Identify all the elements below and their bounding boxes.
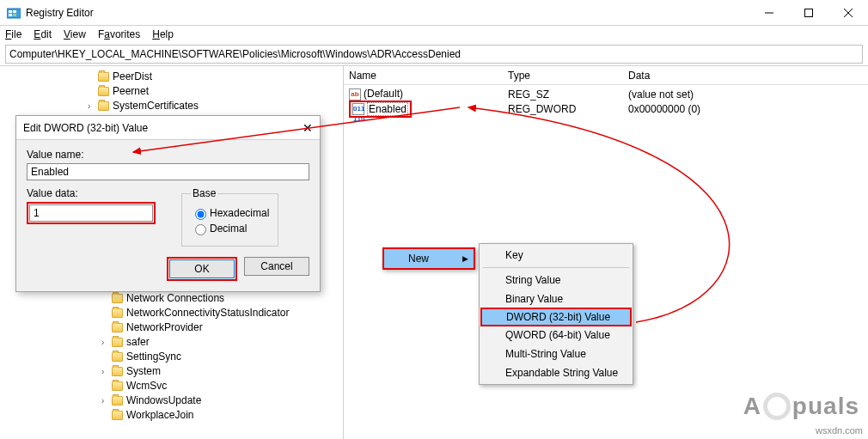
address-text: Computer\HKEY_LOCAL_MACHINE\SOFTWARE\Pol… [9,48,461,60]
close-button[interactable] [828,0,868,26]
folder-icon [98,72,109,82]
context-expstring[interactable]: Expandable String Value [481,363,631,382]
radio-hex[interactable] [195,209,206,220]
tree-item-label: safer [126,335,150,350]
base-label: Base [191,187,217,199]
chevron-icon[interactable]: › [101,393,112,408]
dialog-close-button[interactable]: ✕ [303,121,313,135]
window-title: Registry Editor [26,7,94,19]
address-bar[interactable]: Computer\HKEY_LOCAL_MACHINE\SOFTWARE\Pol… [5,45,863,64]
value-name-input[interactable] [27,163,309,180]
folder-icon [112,367,123,376]
tree-item[interactable]: ›System [0,364,343,379]
svg-rect-2 [13,10,16,13]
context-separator [483,267,629,268]
context-binary[interactable]: Binary Value [481,290,631,308]
tree-item-label: WcmSvc [126,379,167,393]
radio-dec[interactable] [195,224,206,235]
tree-item[interactable]: WorkplaceJoin [0,408,343,423]
value-data-input[interactable] [29,204,153,222]
context-new[interactable]: New ▶ [384,249,474,268]
list-row-enabled[interactable]: 011110Enabled REG_DWORD 0x00000000 (0) [344,101,868,116]
tree-item[interactable]: Network Connections [0,291,343,306]
context-string[interactable]: String Value [481,271,631,290]
menu-view[interactable]: View [64,28,86,40]
tree-item-label: WorkplaceJoin [126,408,193,423]
tree-item-label: PeerDist [113,70,152,84]
folder-icon [112,411,123,420]
chevron-icon[interactable]: › [101,364,112,379]
maximize-button[interactable] [789,0,828,26]
svg-rect-4 [13,14,16,16]
context-menu-parent: New ▶ [382,247,475,270]
tree-item[interactable]: WcmSvc [0,379,343,393]
context-multistring[interactable]: Multi-String Value [481,344,631,363]
menu-favorites[interactable]: Favorites [98,28,140,40]
col-data[interactable]: Data [623,70,868,82]
tree-item[interactable]: Peernet [0,84,343,99]
folder-icon [112,396,123,405]
tree-item[interactable]: PeerDist [0,70,343,84]
folder-icon [112,381,123,391]
menu-edit[interactable]: Edit [34,28,52,40]
chevron-icon[interactable]: › [101,335,112,350]
tree-item[interactable]: ›WindowsUpdate [0,393,343,408]
string-value-icon: ab [349,88,361,101]
context-key[interactable]: Key [481,246,631,265]
folder-icon [98,101,109,111]
tree-item[interactable]: NetworkProvider [0,320,343,335]
svg-rect-6 [805,9,813,16]
folder-icon [112,352,123,362]
tree-item-label: WindowsUpdate [126,393,201,408]
edit-dword-dialog: Edit DWORD (32-bit) Value ✕ Value name: … [15,115,321,292]
value-name-label: Value name: [27,149,309,161]
submenu-arrow-icon: ▶ [462,254,468,263]
folder-icon [98,87,109,96]
minimize-button[interactable] [749,0,789,26]
folder-icon [112,338,123,347]
svg-rect-3 [9,14,12,16]
context-qword[interactable]: QWORD (64-bit) Value [481,326,631,344]
ok-button[interactable]: OK [169,259,235,278]
col-type[interactable]: Type [503,70,623,82]
tree-item[interactable]: ›safer [0,335,343,350]
svg-rect-0 [7,9,21,18]
title-bar: Registry Editor [0,0,868,26]
base-fieldset: Base Hexadecimal Decimal [181,187,278,247]
menu-help[interactable]: Help [152,28,174,40]
dword-value-icon: 011110 [352,103,364,115]
tree-item-label: Network Connections [126,291,224,306]
credit-text: wsxdn.com [816,425,863,436]
regedit-icon [7,6,21,20]
folder-icon [112,308,123,318]
tree-item[interactable]: SettingSync [0,350,343,364]
tree-item-label: NetworkProvider [126,320,203,335]
chevron-icon[interactable]: › [88,99,98,113]
menu-file[interactable]: File [5,28,21,40]
tree-item-label: SettingSync [126,350,181,364]
tree-item-label: NetworkConnectivityStatusIndicator [126,306,289,320]
col-name[interactable]: Name [344,70,503,82]
tree-item-label: Peernet [113,84,149,99]
dialog-title-bar[interactable]: Edit DWORD (32-bit) Value ✕ [16,116,320,140]
context-submenu: Key String Value Binary Value DWORD (32-… [479,243,633,385]
folder-icon [112,294,123,303]
list-row-default[interactable]: ab(Default) REG_SZ (value not set) [344,87,868,101]
context-dword[interactable]: DWORD (32-bit) Value [480,308,632,326]
dialog-title: Edit DWORD (32-bit) Value [23,122,148,134]
tree-item-label: System [126,364,161,379]
tree-item[interactable]: NetworkConnectivityStatusIndicator [0,306,343,320]
cancel-button[interactable]: Cancel [244,257,309,276]
folder-icon [112,323,123,332]
tree-item[interactable]: ›SystemCertificates [0,99,343,113]
value-data-label: Value data: [27,187,156,199]
svg-rect-1 [9,10,12,13]
gear-icon [763,393,791,420]
watermark: A puals [743,393,859,420]
menu-bar: File Edit View Favorites Help [0,26,868,43]
list-header[interactable]: Name Type Data [344,66,868,85]
tree-item-label: SystemCertificates [113,99,199,113]
